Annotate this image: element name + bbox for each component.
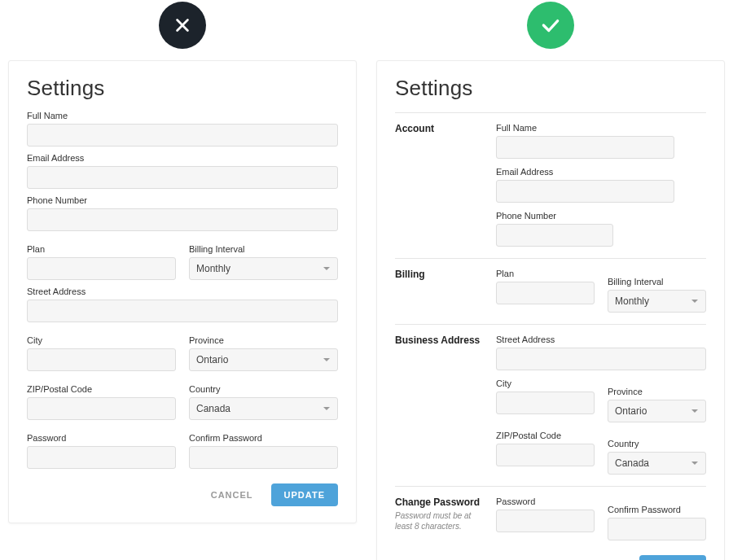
divider <box>395 486 706 487</box>
full-name-label: Full Name <box>496 123 706 133</box>
password-input[interactable] <box>27 446 176 469</box>
plan-label: Plan <box>496 269 595 278</box>
password-hint: Password must be at least 8 characters. <box>395 511 483 532</box>
province-value: Ontario <box>615 405 647 417</box>
email-input[interactable] <box>27 166 338 189</box>
cancel-button[interactable]: CANCEL <box>206 489 258 501</box>
chevron-down-icon <box>323 405 331 413</box>
province-select[interactable]: Ontario <box>189 348 338 371</box>
country-select[interactable]: Canada <box>189 397 338 420</box>
street-label: Street Address <box>27 287 338 296</box>
billing-interval-select[interactable]: Monthly <box>608 290 706 313</box>
zip-input[interactable] <box>496 444 595 466</box>
update-button[interactable]: UPDATE <box>639 555 706 560</box>
check-icon <box>540 15 561 36</box>
email-label: Email Address <box>27 153 338 163</box>
full-name-input[interactable] <box>27 124 338 147</box>
full-name-input[interactable] <box>496 136 674 159</box>
province-label: Province <box>189 335 338 345</box>
phone-label: Phone Number <box>27 195 338 205</box>
confirm-password-label: Confirm Password <box>608 505 706 514</box>
group-title-address: Business Address <box>395 335 483 346</box>
billing-interval-value: Monthly <box>196 263 230 274</box>
email-label: Email Address <box>496 167 706 177</box>
country-select[interactable]: Canada <box>608 452 706 475</box>
province-value: Ontario <box>196 354 228 365</box>
chevron-down-icon <box>691 297 699 305</box>
province-label: Province <box>608 387 706 396</box>
divider <box>395 324 706 325</box>
billing-interval-label: Billing Interval <box>608 277 706 287</box>
chevron-down-icon <box>691 459 699 467</box>
zip-input[interactable] <box>27 397 176 420</box>
province-select[interactable]: Ontario <box>608 400 706 422</box>
city-label: City <box>27 335 176 345</box>
country-label: Country <box>608 439 706 448</box>
city-input[interactable] <box>496 392 595 414</box>
plan-input[interactable] <box>27 257 176 280</box>
country-label: Country <box>189 384 338 394</box>
billing-interval-label: Billing Interval <box>189 244 338 254</box>
form-actions: CANCEL UPDATE <box>395 555 706 560</box>
plan-input[interactable] <box>496 282 595 304</box>
street-input[interactable] <box>27 300 338 322</box>
divider <box>395 258 706 259</box>
confirm-password-input[interactable] <box>189 446 338 469</box>
group-title-account: Account <box>395 123 483 134</box>
full-name-label: Full Name <box>27 111 338 120</box>
billing-interval-select[interactable]: Monthly <box>189 257 338 280</box>
settings-card-flat: Settings Full Name Email Address Phone N… <box>8 60 357 523</box>
city-input[interactable] <box>27 348 176 371</box>
page-title: Settings <box>395 76 706 101</box>
phone-input[interactable] <box>496 224 613 247</box>
chevron-down-icon <box>323 356 331 364</box>
street-input[interactable] <box>496 348 706 370</box>
confirm-password-label: Confirm Password <box>189 433 338 443</box>
country-value: Canada <box>615 457 649 469</box>
divider <box>395 112 706 113</box>
chevron-down-icon <box>691 407 699 415</box>
zip-label: ZIP/Postal Code <box>27 384 176 394</box>
chevron-down-icon <box>323 265 331 273</box>
street-label: Street Address <box>496 335 706 344</box>
confirm-password-input[interactable] <box>608 518 706 540</box>
group-title-password: Change Password <box>395 497 483 508</box>
group-title-billing: Billing <box>395 269 483 280</box>
billing-interval-value: Monthly <box>615 295 649 307</box>
city-label: City <box>496 378 595 388</box>
settings-card-grouped: Settings Account Full Name Email Address… <box>376 60 725 560</box>
password-label: Password <box>496 497 595 506</box>
x-icon <box>173 16 191 34</box>
password-label: Password <box>27 433 176 443</box>
bad-example-badge <box>159 2 206 49</box>
password-input[interactable] <box>496 510 595 532</box>
plan-label: Plan <box>27 244 176 254</box>
form-actions: CANCEL UPDATE <box>27 483 338 506</box>
zip-label: ZIP/Postal Code <box>496 431 595 440</box>
phone-label: Phone Number <box>496 211 706 221</box>
page-title: Settings <box>27 76 338 101</box>
good-example-badge <box>527 2 574 49</box>
email-input[interactable] <box>496 180 674 203</box>
update-button[interactable]: UPDATE <box>271 483 338 506</box>
phone-input[interactable] <box>27 208 338 231</box>
country-value: Canada <box>196 403 230 414</box>
